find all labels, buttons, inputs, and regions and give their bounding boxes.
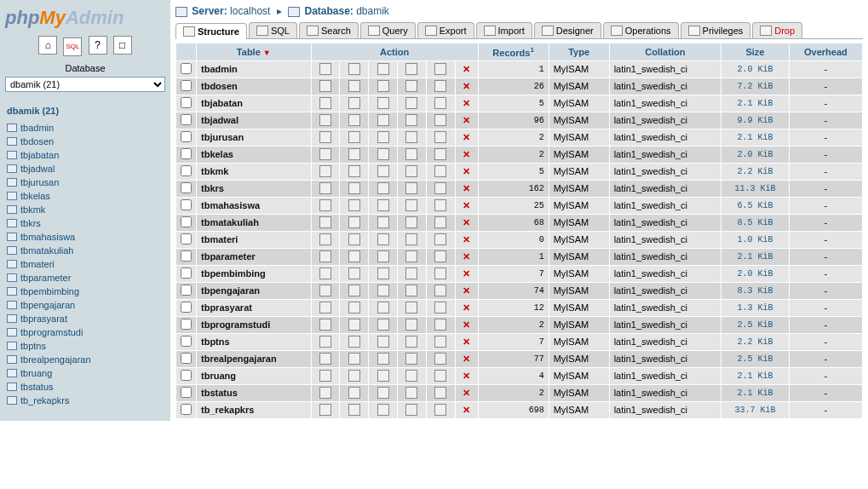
sidebar-table-item[interactable]: tbkrs — [5, 216, 165, 230]
drop-row-icon[interactable]: ✕ — [463, 371, 470, 381]
table-link[interactable]: tbpembimbing — [20, 285, 79, 297]
empty-icon[interactable] — [434, 250, 446, 262]
table-link[interactable]: tbprogramstudi — [20, 326, 83, 338]
search-row-icon[interactable] — [377, 182, 389, 194]
table-name[interactable]: tbprogramstudi — [197, 316, 312, 333]
tab-drop[interactable]: Drop — [752, 22, 802, 38]
table-link[interactable]: tbmahasiswa — [20, 231, 75, 243]
search-row-icon[interactable] — [377, 302, 389, 314]
col-table[interactable]: Table ▼ — [197, 43, 312, 61]
search-row-icon[interactable] — [377, 387, 389, 399]
table-name[interactable]: tbmatakuliah — [197, 214, 312, 231]
browse-icon[interactable] — [319, 80, 331, 92]
insert-icon[interactable] — [405, 216, 417, 228]
row-checkbox[interactable] — [181, 285, 192, 296]
structure-icon[interactable] — [348, 148, 360, 160]
empty-icon[interactable] — [434, 370, 446, 382]
empty-icon[interactable] — [434, 336, 446, 348]
structure-icon[interactable] — [348, 233, 360, 245]
row-checkbox[interactable] — [181, 216, 192, 227]
empty-icon[interactable] — [434, 216, 446, 228]
table-name[interactable]: tbkmk — [197, 163, 312, 180]
row-checkbox[interactable] — [181, 199, 192, 210]
table-name[interactable]: tbjurusan — [197, 129, 312, 146]
docs-icon[interactable]: ? — [89, 36, 107, 55]
table-link[interactable]: tbprasyarat — [20, 313, 67, 325]
insert-icon[interactable] — [405, 148, 417, 160]
database-select[interactable]: dbamik (21) — [5, 77, 165, 92]
table-name[interactable]: tbmateri — [197, 231, 312, 248]
insert-icon[interactable] — [405, 165, 417, 177]
empty-icon[interactable] — [434, 302, 446, 314]
sidebar-table-item[interactable]: tbpembimbing — [5, 285, 165, 298]
search-row-icon[interactable] — [377, 268, 389, 279]
table-link[interactable]: tbrealpengajaran — [20, 354, 91, 365]
row-checkbox[interactable] — [181, 114, 192, 125]
row-checkbox[interactable] — [181, 302, 192, 313]
structure-icon[interactable] — [348, 353, 360, 365]
drop-row-icon[interactable]: ✕ — [463, 268, 470, 279]
insert-icon[interactable] — [405, 268, 417, 279]
table-name[interactable]: tbpembimbing — [197, 265, 312, 282]
insert-icon[interactable] — [405, 285, 417, 296]
current-db-name[interactable]: dbamik (21) — [7, 106, 165, 116]
sidebar-table-item[interactable]: tbjabatan — [5, 148, 165, 162]
table-name[interactable]: tbprasyarat — [197, 299, 312, 316]
structure-icon[interactable] — [348, 165, 360, 177]
table-name[interactable]: tbrealpengajaran — [197, 350, 312, 367]
col-collation[interactable]: Collation — [609, 43, 721, 61]
insert-icon[interactable] — [405, 353, 417, 365]
insert-icon[interactable] — [405, 114, 417, 126]
sidebar-table-item[interactable]: tbjurusan — [5, 175, 165, 189]
insert-icon[interactable] — [405, 302, 417, 314]
insert-icon[interactable] — [405, 97, 417, 109]
empty-icon[interactable] — [434, 199, 446, 211]
browse-icon[interactable] — [319, 148, 331, 160]
sidebar-table-item[interactable]: tbmatakuliah — [5, 244, 165, 257]
table-link[interactable]: tbjurusan — [20, 176, 59, 188]
table-name[interactable]: tbjabatan — [197, 95, 312, 112]
drop-row-icon[interactable]: ✕ — [463, 98, 470, 108]
empty-icon[interactable] — [434, 182, 446, 194]
sql-icon[interactable]: SQL — [63, 37, 82, 56]
tab-privileges[interactable]: Privileges — [681, 22, 751, 38]
drop-row-icon[interactable]: ✕ — [463, 183, 470, 193]
structure-icon[interactable] — [348, 319, 360, 331]
sidebar-table-item[interactable]: tbadmin — [5, 121, 165, 135]
structure-icon[interactable] — [348, 285, 360, 296]
tab-query[interactable]: Query — [360, 22, 416, 38]
structure-icon[interactable] — [348, 131, 360, 143]
row-checkbox[interactable] — [181, 370, 192, 381]
structure-icon[interactable] — [348, 182, 360, 194]
drop-row-icon[interactable]: ✕ — [463, 64, 470, 74]
structure-icon[interactable] — [348, 250, 360, 262]
tab-export[interactable]: Export — [417, 22, 474, 38]
sidebar-table-item[interactable]: tbdosen — [5, 135, 165, 148]
row-checkbox[interactable] — [181, 63, 192, 74]
query-window-icon[interactable]: □ — [113, 36, 132, 55]
table-name[interactable]: tbmahasiswa — [197, 197, 312, 214]
drop-row-icon[interactable]: ✕ — [463, 388, 470, 398]
structure-icon[interactable] — [348, 80, 360, 92]
tab-sql[interactable]: SQL — [249, 22, 297, 38]
empty-icon[interactable] — [434, 114, 446, 126]
insert-icon[interactable] — [405, 199, 417, 211]
sidebar-table-item[interactable]: tbrealpengajaran — [5, 353, 165, 366]
drop-row-icon[interactable]: ✕ — [463, 166, 470, 176]
row-checkbox[interactable] — [181, 336, 192, 347]
table-link[interactable]: tbkmk — [20, 204, 45, 216]
home-icon[interactable]: ⌂ — [38, 36, 57, 55]
table-link[interactable]: tbparameter — [20, 272, 71, 284]
empty-icon[interactable] — [434, 387, 446, 399]
browse-icon[interactable] — [319, 250, 331, 262]
table-name[interactable]: tbadmin — [197, 60, 312, 78]
browse-icon[interactable] — [319, 370, 331, 382]
table-name[interactable]: tbpengajaran — [197, 282, 312, 299]
structure-icon[interactable] — [348, 336, 360, 348]
empty-icon[interactable] — [434, 268, 446, 279]
row-checkbox[interactable] — [181, 182, 192, 193]
row-checkbox[interactable] — [181, 268, 192, 279]
table-name[interactable]: tbstatus — [197, 384, 312, 401]
tab-import[interactable]: Import — [476, 22, 532, 38]
sidebar-table-item[interactable]: tbkmk — [5, 203, 165, 216]
